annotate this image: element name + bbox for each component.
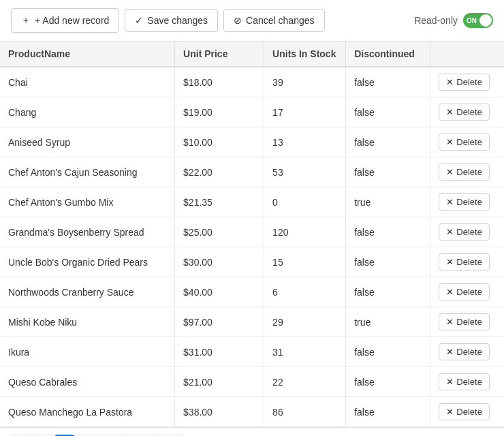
cell-discontinued: false — [346, 157, 430, 187]
delete-button[interactable]: ✕Delete — [439, 403, 490, 420]
delete-button[interactable]: ✕Delete — [439, 223, 490, 240]
cancel-icon: ⊘ — [234, 15, 242, 26]
toolbar: ＋ + Add new record ✓ Save changes ⊘ Canc… — [0, 0, 504, 42]
table-row: Chai$18.0039false✕Delete — [0, 67, 504, 97]
cell-discontinued: false — [346, 67, 430, 97]
table-row: Northwoods Cranberry Sauce$40.006false✕D… — [0, 277, 504, 307]
cell-discontinued: true — [346, 307, 430, 337]
delete-label: Delete — [456, 137, 482, 147]
cell-product-name: Queso Manchego La Pastora — [0, 397, 175, 427]
cell-action: ✕Delete — [430, 247, 504, 277]
delete-button[interactable]: ✕Delete — [439, 193, 490, 211]
cell-discontinued: false — [346, 217, 430, 247]
table-row: Queso Manchego La Pastora$38.0086false✕D… — [0, 397, 504, 427]
delete-label: Delete — [456, 377, 482, 387]
cell-discontinued: false — [346, 247, 430, 277]
cell-unit-price: $31.00 — [175, 337, 264, 367]
data-table-container: ProductName Unit Price Units In Stock Di… — [0, 42, 504, 427]
cell-discontinued: false — [346, 397, 430, 427]
cell-discontinued: false — [346, 367, 430, 397]
x-icon: ✕ — [446, 257, 454, 267]
delete-button[interactable]: ✕Delete — [439, 283, 490, 300]
products-table: ProductName Unit Price Units In Stock Di… — [0, 42, 504, 427]
delete-button[interactable]: ✕Delete — [439, 134, 490, 151]
cell-units-in-stock: 86 — [264, 397, 346, 427]
delete-button[interactable]: ✕Delete — [439, 313, 490, 330]
cell-action: ✕Delete — [430, 217, 504, 247]
cell-action: ✕Delete — [430, 337, 504, 367]
cell-units-in-stock: 17 — [264, 97, 346, 127]
cell-unit-price: $40.00 — [175, 277, 264, 307]
delete-button[interactable]: ✕Delete — [439, 74, 490, 91]
cell-action: ✕Delete — [430, 187, 504, 217]
table-row: Mishi Kobe Niku$97.0029true✕Delete — [0, 307, 504, 337]
delete-button[interactable]: ✕Delete — [439, 373, 490, 390]
cell-product-name: Chef Anton's Cajun Seasoning — [0, 157, 175, 187]
pagination: ◀◀ ◀ 1 2 3 4 ▶ ▶▶ 1 - 20 of 77 items — [0, 427, 504, 436]
table-row: Queso Cabrales$21.0022false✕Delete — [0, 367, 504, 397]
save-changes-button[interactable]: ✓ Save changes — [125, 9, 218, 32]
col-header-discontinued: Discontinued — [346, 42, 430, 67]
cell-unit-price: $19.00 — [175, 97, 264, 127]
x-icon: ✕ — [446, 377, 454, 387]
table-row: Ikura$31.0031false✕Delete — [0, 337, 504, 367]
cell-unit-price: $38.00 — [175, 397, 264, 427]
x-icon: ✕ — [446, 77, 454, 87]
readonly-section: Read-only ON — [414, 13, 493, 28]
cell-unit-price: $18.00 — [175, 67, 264, 97]
cell-units-in-stock: 13 — [264, 127, 346, 157]
delete-label: Delete — [456, 407, 482, 417]
col-header-action — [430, 42, 504, 67]
table-row: Chang$19.0017false✕Delete — [0, 97, 504, 127]
cell-product-name: Aniseed Syrup — [0, 127, 175, 157]
cell-unit-price: $97.00 — [175, 307, 264, 337]
toggle-knob — [479, 14, 492, 27]
delete-button[interactable]: ✕Delete — [439, 253, 490, 270]
cell-action: ✕Delete — [430, 157, 504, 187]
delete-label: Delete — [456, 347, 482, 357]
cell-units-in-stock: 120 — [264, 217, 346, 247]
cell-discontinued: false — [346, 97, 430, 127]
table-row: Grandma's Boysenberry Spread$25.00120fal… — [0, 217, 504, 247]
readonly-label: Read-only — [414, 15, 458, 26]
plus-icon: ＋ — [21, 14, 31, 27]
delete-label: Delete — [456, 227, 482, 237]
cell-action: ✕Delete — [430, 97, 504, 127]
cell-units-in-stock: 29 — [264, 307, 346, 337]
cell-discontinued: false — [346, 277, 430, 307]
table-header-row: ProductName Unit Price Units In Stock Di… — [0, 42, 504, 67]
delete-label: Delete — [456, 257, 482, 267]
delete-button[interactable]: ✕Delete — [439, 343, 490, 360]
cell-action: ✕Delete — [430, 307, 504, 337]
cell-discontinued: false — [346, 337, 430, 367]
cell-action: ✕Delete — [430, 127, 504, 157]
cell-product-name: Grandma's Boysenberry Spread — [0, 217, 175, 247]
x-icon: ✕ — [446, 197, 454, 207]
x-icon: ✕ — [446, 347, 454, 357]
delete-button[interactable]: ✕Delete — [439, 164, 490, 181]
cell-units-in-stock: 22 — [264, 367, 346, 397]
delete-button[interactable]: ✕Delete — [439, 104, 490, 121]
cell-product-name: Queso Cabrales — [0, 367, 175, 397]
cell-product-name: Chang — [0, 97, 175, 127]
table-row: Chef Anton's Cajun Seasoning$22.0053fals… — [0, 157, 504, 187]
readonly-toggle[interactable]: ON — [463, 13, 493, 28]
cancel-changes-button[interactable]: ⊘ Cancel changes — [223, 9, 324, 32]
delete-label: Delete — [456, 107, 482, 117]
x-icon: ✕ — [446, 107, 454, 117]
add-record-button[interactable]: ＋ + Add new record — [11, 8, 119, 33]
cell-action: ✕Delete — [430, 277, 504, 307]
delete-label: Delete — [456, 317, 482, 327]
cell-units-in-stock: 0 — [264, 187, 346, 217]
x-icon: ✕ — [446, 317, 454, 327]
col-header-name: ProductName — [0, 42, 175, 67]
delete-label: Delete — [456, 167, 482, 177]
table-row: Aniseed Syrup$10.0013false✕Delete — [0, 127, 504, 157]
table-row: Uncle Bob's Organic Dried Pears$30.0015f… — [0, 247, 504, 277]
cell-action: ✕Delete — [430, 67, 504, 97]
x-icon: ✕ — [446, 407, 454, 417]
table-row: Chef Anton's Gumbo Mix$21.350true✕Delete — [0, 187, 504, 217]
cell-units-in-stock: 53 — [264, 157, 346, 187]
check-icon: ✓ — [135, 15, 143, 26]
cell-product-name: Uncle Bob's Organic Dried Pears — [0, 247, 175, 277]
